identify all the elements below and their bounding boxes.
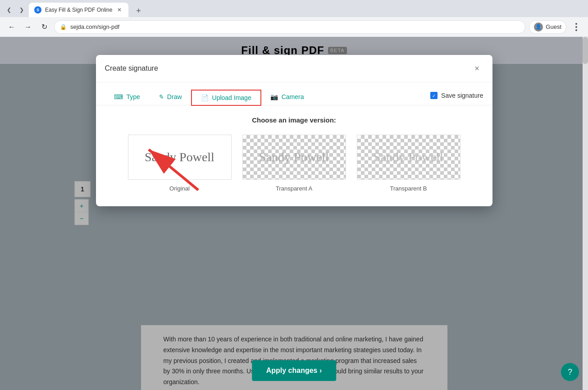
- dialog-title: Create signature: [105, 64, 158, 73]
- scrollbar-thumb[interactable]: [583, 37, 588, 64]
- tab-draw[interactable]: ✎ Draw: [149, 90, 191, 105]
- tab-type[interactable]: ⌨ Type: [105, 90, 149, 105]
- draw-tab-label: Draw: [167, 93, 182, 100]
- nav-bar: ← → ↻ 🔒 sejda.com/sign-pdf 👤 Guest: [0, 17, 588, 37]
- menu-dot: [575, 29, 577, 31]
- dialog-header: Create signature ×: [96, 55, 492, 82]
- user-avatar-icon: 👤: [534, 23, 543, 32]
- apply-changes-button[interactable]: Apply changes ›: [252, 360, 337, 381]
- create-signature-dialog: Create signature × ⌨ Type ✎ Draw 📄: [96, 55, 492, 206]
- apply-changes-container: Apply changes ›: [252, 360, 337, 381]
- tab-camera[interactable]: 📷 Camera: [261, 90, 313, 105]
- image-option-original[interactable]: Sandy Powell Original: [128, 135, 232, 192]
- save-signature-area: ✓ Save signature: [430, 92, 483, 103]
- dialog-body: Choose an image version: Sandy Powell Or…: [96, 105, 492, 206]
- transparent-a-signature-text: Sandy Powell: [259, 150, 329, 164]
- forward-button[interactable]: →: [22, 21, 34, 33]
- transparent-a-preview: Sandy Powell: [242, 135, 346, 180]
- menu-dot: [575, 23, 577, 25]
- browser-frame: ❮ ❯ S Easy Fill & Sign PDF Online ✕ + ← …: [0, 0, 588, 390]
- tab-title: Easy Fill & Sign PDF Online: [45, 7, 112, 13]
- help-button[interactable]: ?: [561, 363, 579, 381]
- original-label: Original: [169, 185, 190, 192]
- upload-tab-label: Upload Image: [212, 94, 251, 101]
- dialog-close-button[interactable]: ×: [471, 62, 483, 75]
- scrollbar[interactable]: [583, 37, 588, 390]
- transparent-b-label: Transparent B: [390, 185, 427, 192]
- type-tab-label: Type: [127, 93, 140, 100]
- dialog-tabs: ⌨ Type ✎ Draw 📄 Upload Image 📷 Camera: [96, 82, 492, 105]
- user-button[interactable]: 👤 Guest: [529, 20, 566, 34]
- original-preview: Sandy Powell: [128, 135, 232, 180]
- refresh-button[interactable]: ↻: [38, 21, 50, 33]
- upload-tab-icon: 📄: [201, 94, 209, 101]
- draw-tab-icon: ✎: [158, 93, 164, 100]
- new-tab-button[interactable]: +: [132, 5, 145, 17]
- tab-upload-image[interactable]: 📄 Upload Image: [191, 90, 261, 106]
- tab-bar: ❮ ❯ S Easy Fill & Sign PDF Online ✕ +: [0, 0, 588, 17]
- image-option-transparent-a[interactable]: Sandy Powell Transparent A: [242, 135, 346, 192]
- tab-scroll-right[interactable]: ❯: [16, 3, 27, 17]
- camera-tab-icon: 📷: [270, 93, 278, 100]
- camera-tab-label: Camera: [282, 93, 304, 100]
- tab-favicon: S: [34, 6, 41, 14]
- tab-close-button[interactable]: ✕: [116, 6, 123, 14]
- address-text: sejda.com/sign-pdf: [70, 23, 520, 30]
- save-signature-checkbox[interactable]: ✓: [430, 92, 438, 99]
- type-tab-icon: ⌨: [114, 93, 123, 100]
- image-option-transparent-b[interactable]: Sandy Powell Transparent B: [357, 135, 460, 192]
- original-signature-text: Sandy Powell: [145, 150, 214, 164]
- transparent-a-label: Transparent A: [276, 185, 312, 192]
- address-lock-icon: 🔒: [60, 24, 67, 30]
- address-bar[interactable]: 🔒 sejda.com/sign-pdf: [54, 20, 525, 34]
- back-button[interactable]: ←: [5, 21, 18, 33]
- page-content: Fill & sign PDF BETA 1 + − With more tha…: [0, 37, 588, 390]
- browser-menu-button[interactable]: [570, 21, 583, 33]
- image-options: Sandy Powell Original Sandy Powell Trans…: [110, 135, 478, 192]
- dialog-overlay: Create signature × ⌨ Type ✎ Draw 📄: [0, 37, 588, 390]
- active-tab[interactable]: S Easy Fill & Sign PDF Online ✕: [29, 3, 128, 17]
- tab-scroll-left[interactable]: ❮: [4, 3, 14, 17]
- transparent-b-signature-text: Sandy Powell: [374, 150, 443, 164]
- choose-version-label: Choose an image version:: [110, 116, 478, 124]
- transparent-b-preview: Sandy Powell: [357, 135, 460, 180]
- user-label: Guest: [546, 23, 561, 30]
- menu-dot: [575, 26, 577, 28]
- save-signature-label: Save signature: [441, 92, 483, 99]
